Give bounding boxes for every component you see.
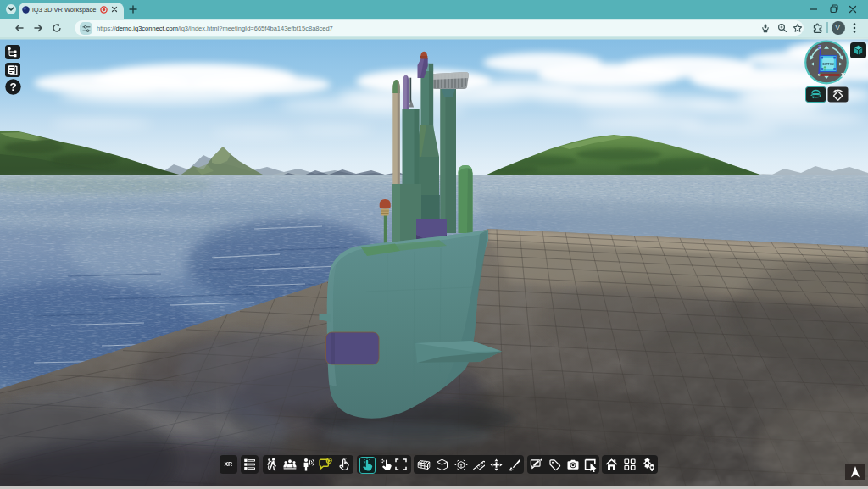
svg-text:Z: Z	[818, 44, 821, 50]
svg-text:?: ?	[9, 81, 16, 93]
svg-text:X: X	[841, 71, 846, 79]
svg-text:BOTTOM: BOTTOM	[823, 63, 834, 66]
